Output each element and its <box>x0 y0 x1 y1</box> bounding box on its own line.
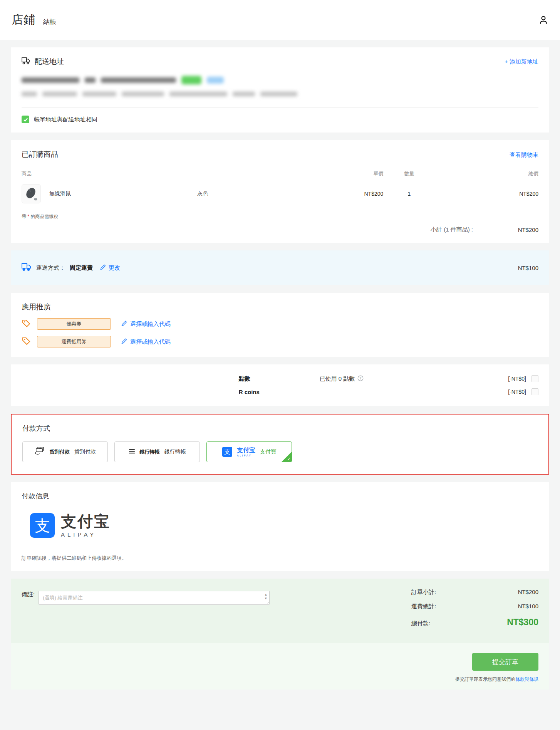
shipping-price: NT$100 <box>518 265 538 271</box>
coupon-code-link[interactable]: 選擇或輸入代碼 <box>121 320 171 328</box>
redacted-address-line-2 <box>22 89 538 99</box>
change-shipping-link[interactable]: 更改 <box>100 264 120 272</box>
shipping-total-value: NT$100 <box>518 603 538 609</box>
points-deduction: [-NT$0] <box>508 376 526 382</box>
shipping-method-bar: 運送方式： 固定運費 更改 NT$100 <box>11 250 549 285</box>
col-qty: 數量 <box>383 170 435 177</box>
ordered-items-section: 已訂購商品 查看購物車 商品 單價 數量 總價 無線滑鼠 灰色 <box>11 140 549 243</box>
resize-grip[interactable] <box>265 601 269 604</box>
shipping-address-title: 配送地址 <box>22 57 64 67</box>
coupon-button[interactable]: 優惠券 <box>37 318 111 330</box>
billing-same-label: 帳單地址與配送地址相同 <box>34 116 97 123</box>
help-circle-icon[interactable]: ? <box>357 375 364 383</box>
cash-on-delivery-icon <box>34 446 45 457</box>
product-name: 無線滑鼠 <box>49 190 71 197</box>
coupon-row: 優惠券 選擇或輸入代碼 <box>22 318 538 330</box>
payment-option-bank-transfer[interactable]: 銀行轉帳 銀行轉帳 <box>114 441 200 462</box>
tax-note: 帶 * 的商品需繳稅 <box>22 213 538 220</box>
page-body: 配送地址 + 添加新地址 <box>0 40 560 730</box>
submit-order-button[interactable]: 提交訂單 <box>472 653 538 671</box>
stepper-arrows[interactable]: ▲▼ <box>264 593 267 600</box>
checkout-subtitle: 結帳 <box>43 17 56 26</box>
address-badge-blue <box>207 77 224 84</box>
address-badge-green <box>181 76 201 84</box>
alipay-mark-icon: 支 <box>222 447 232 457</box>
col-product: 商品 <box>22 170 197 177</box>
svg-text:?: ? <box>360 376 362 380</box>
selected-address[interactable] <box>22 75 538 108</box>
promotions-title: 應用推廣 <box>22 302 538 312</box>
edit-pencil-icon <box>100 264 106 272</box>
product-image-mouse <box>22 184 41 203</box>
submit-section: 提交訂單 提交訂單即表示您同意我們的條款與條規 <box>11 643 549 690</box>
ordered-items-title: 已訂購商品 <box>22 149 58 159</box>
rcoins-label: R coins <box>239 389 320 395</box>
product-variant: 灰色 <box>197 190 300 197</box>
rcoins-deduction: [-NT$0] <box>508 389 526 395</box>
store-title: 店鋪 <box>12 12 35 28</box>
selected-check-icon: ✓ <box>287 456 291 461</box>
order-subtotal-value: NT$200 <box>518 589 538 595</box>
shipping-voucher-row: 運費抵用券 選擇或輸入代碼 <box>22 336 538 347</box>
alipay-label: 支付寶 <box>260 448 276 455</box>
cod-label: 貨到付款 <box>74 448 96 455</box>
cod-logo-text: 貨到付款 <box>50 448 70 455</box>
rcoins-checkbox[interactable] <box>531 388 538 395</box>
grand-total-value: NT$300 <box>507 617 538 628</box>
bank-label: 銀行轉帳 <box>164 448 186 455</box>
shipping-method-label: 運送方式： <box>36 264 65 272</box>
alipay-cn-wordmark: 支付宝 <box>61 514 111 529</box>
product-unit-price: NT$200 <box>301 191 384 197</box>
terms-text: 提交訂單即表示您同意我們的條款與條規 <box>455 676 538 683</box>
bank-logo-text: 銀行轉帳 <box>140 448 160 455</box>
alipay-big-logo: 支 支付宝 ALIPAY <box>30 513 538 538</box>
product-total: NT$200 <box>435 191 538 197</box>
alipay-logo: 支付宝 ALIPAY <box>237 447 255 457</box>
payment-info-title: 付款信息 <box>22 492 538 501</box>
order-subtotal-label: 訂單小計: <box>411 589 436 596</box>
payment-option-alipay[interactable]: 支 支付宝 ALIPAY 支付寶 ✓ <box>206 441 292 462</box>
view-cart-link[interactable]: 查看購物車 <box>510 151 538 159</box>
items-table-header: 商品 單價 數量 總價 <box>22 170 538 177</box>
tag-icon <box>22 336 31 347</box>
subtotal-value: NT$200 <box>473 227 538 233</box>
points-section: 點數 已使用 0 點數 ? [-NT$0] R coins [-NT$0] <box>11 364 549 406</box>
account-icon[interactable] <box>538 15 548 25</box>
remark-label: 備註: <box>22 591 35 598</box>
alipay-en-wordmark: ALIPAY <box>61 531 111 538</box>
remark-textarea[interactable] <box>39 591 270 605</box>
shipping-voucher-code-link[interactable]: 選擇或輸入代碼 <box>121 338 171 346</box>
order-summary-section: 備註: ▲▼ 訂單小計: NT$200 運費總計: NT$100 總付款: NT… <box>11 579 549 643</box>
redacted-address-line-1 <box>22 75 538 85</box>
payment-note: 訂單確認後，將提供二維碼和上傳收據的選項。 <box>22 555 538 562</box>
billing-same-checkbox[interactable] <box>22 116 29 123</box>
subtotal-label: 小計 (1 件商品) : <box>431 226 473 233</box>
grand-total-label: 總付款: <box>411 620 430 627</box>
bank-transfer-icon <box>129 448 135 456</box>
edit-pencil-icon <box>121 338 127 346</box>
points-checkbox[interactable] <box>531 375 538 382</box>
shipping-method-value: 固定運費 <box>70 264 93 272</box>
add-new-address-link[interactable]: + 添加新地址 <box>505 58 538 65</box>
alipay-big-mark-icon: 支 <box>30 513 55 538</box>
payment-method-section: 付款方式 貨到付款 貨到付款 銀 <box>11 414 549 475</box>
top-header: 店鋪 結帳 <box>0 0 560 40</box>
terms-link[interactable]: 條款與條規 <box>515 676 538 682</box>
truck-icon <box>22 57 31 67</box>
shipping-total-label: 運費總計: <box>411 603 436 610</box>
shipping-address-section: 配送地址 + 添加新地址 <box>11 47 549 133</box>
rcoins-row: R coins [-NT$0] <box>22 385 538 398</box>
payment-option-cod[interactable]: 貨到付款 貨到付款 <box>22 441 108 462</box>
payment-info-section: 付款信息 支 支付宝 ALIPAY 訂單確認後，將提供二維碼和上傳收據的選項。 <box>11 482 549 571</box>
promotions-section: 應用推廣 優惠券 選擇或輸入代碼 運費抵用券 <box>11 293 549 357</box>
col-unit-price: 單價 <box>301 170 384 177</box>
shipping-voucher-button[interactable]: 運費抵用券 <box>37 336 111 347</box>
product-qty: 1 <box>383 191 435 197</box>
shipping-truck-icon <box>22 263 32 273</box>
points-usage: 已使用 0 點數 <box>320 375 355 383</box>
edit-pencil-icon <box>121 320 127 328</box>
item-row: 無線滑鼠 灰色 NT$200 1 NT$200 <box>22 184 538 203</box>
col-total: 總價 <box>435 170 538 177</box>
points-label: 點數 <box>239 375 320 383</box>
points-row: 點數 已使用 0 點數 ? [-NT$0] <box>22 372 538 385</box>
